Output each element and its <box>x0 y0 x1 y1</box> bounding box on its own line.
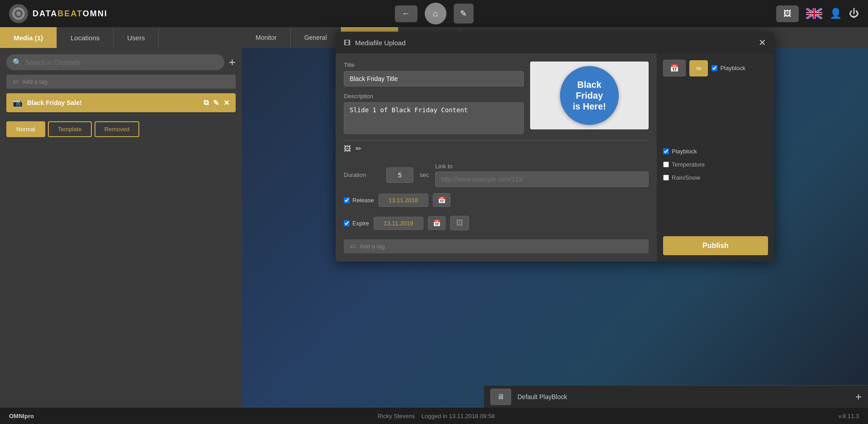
modal-main-content: Title Description <box>336 53 657 262</box>
release-calendar-button[interactable]: 📅 <box>433 193 451 207</box>
modal-body: Title Description <box>336 53 774 262</box>
edit-icon: ✎ <box>460 9 467 19</box>
description-label: Description <box>344 93 524 100</box>
temperature-label: Temperature <box>672 161 705 168</box>
modal-close-button[interactable]: ✕ <box>759 37 766 48</box>
title-input[interactable] <box>344 71 524 86</box>
search-bar: 🔍 + <box>6 54 236 70</box>
modal-title: Mediafile Upload <box>355 39 406 47</box>
modal-tag-placeholder: Add a tag <box>360 243 385 250</box>
profile-button[interactable]: 👤 <box>830 8 842 19</box>
copy-icon[interactable]: ⧉ <box>204 99 209 107</box>
link-input[interactable] <box>435 172 649 187</box>
removed-button[interactable]: Removed <box>95 121 140 137</box>
left-tab-bar: Media (1) Locations Users <box>0 27 242 48</box>
pencil-icon[interactable]: ✏ <box>356 144 361 153</box>
playblock-label-1: Playblock <box>720 65 745 71</box>
status-user: Ricky Stevens Logged in 13.11.2018 09:58 <box>378 413 495 419</box>
playblock-check-2: Playblock <box>663 148 768 155</box>
nav-center: ← ⌂ ✎ <box>395 3 474 24</box>
duration-row: Duration sec Link to <box>344 163 649 187</box>
search-input[interactable] <box>25 59 218 66</box>
temperature-checkbox[interactable] <box>663 162 669 167</box>
search-icon: 🔍 <box>13 58 22 67</box>
gallery-button[interactable]: 🖼 <box>776 5 799 22</box>
back-button[interactable]: ← <box>395 5 417 22</box>
tab-media[interactable]: Media (1) <box>0 27 57 48</box>
channel-item[interactable]: 📷 Black Friday Sale! ⧉ ✎ ✕ <box>6 93 236 112</box>
schedule-row: 📅 ∞ Playblock <box>663 60 768 76</box>
left-area: Media (1) Locations Users 🔍 + 🏷 Add a ta… <box>0 27 242 408</box>
expire-date-input[interactable] <box>374 217 423 230</box>
add-channel-button[interactable]: + <box>229 55 236 69</box>
description-input[interactable] <box>344 102 524 134</box>
schedule-button[interactable]: 📅 <box>663 60 686 76</box>
tag-icon: 🏷 <box>13 78 19 85</box>
playblock-label-2: Playblock <box>672 148 697 155</box>
modal-wrapper: 🎞 Mediafile Upload ✕ Title <box>242 27 868 408</box>
release-label: Release <box>352 197 374 204</box>
gallery-icon: 🖼 <box>783 9 792 19</box>
template-button[interactable]: Template <box>48 121 92 137</box>
logo-text: DATABEATOMNI <box>33 9 108 19</box>
status-bar: OMNIpro Ricky Stevens Logged in 13.11.20… <box>0 408 868 424</box>
language-flag[interactable] <box>806 8 822 19</box>
modal-header: 🎞 Mediafile Upload ✕ <box>336 32 774 53</box>
channel-icon: 📷 <box>13 98 23 108</box>
normal-button[interactable]: Normal <box>6 121 45 137</box>
edit-channel-icon[interactable]: ✎ <box>213 99 219 107</box>
title-desc-row: Title Description <box>344 62 649 134</box>
title-label: Title <box>344 62 524 68</box>
infinity-icon: ∞ <box>696 64 701 72</box>
thumbnail-image: BlackFridayis Here! <box>560 66 619 125</box>
expire-row: Expire 📅 🖼 <box>344 216 649 230</box>
expire-image-button[interactable]: 🖼 <box>450 216 469 230</box>
playblock-check-1: Playblock <box>711 65 745 71</box>
publish-button[interactable]: Publish <box>663 236 768 255</box>
right-area: Monitor General Publish (0) OMNIplayer 🎞… <box>242 27 868 408</box>
tab-users[interactable]: Users <box>114 27 159 48</box>
title-desc-col: Title Description <box>344 62 524 134</box>
top-right-controls: 🖼 👤 ⏻ <box>776 5 859 22</box>
infinity-button[interactable]: ∞ <box>689 60 708 76</box>
edit-button[interactable]: ✎ <box>454 4 474 24</box>
modal-sidebar: 📅 ∞ Playblock <box>657 53 774 262</box>
expire-calendar-button[interactable]: 📅 <box>428 216 446 230</box>
rain-snow-checkbox[interactable] <box>663 175 669 181</box>
status-username: Ricky Stevens <box>378 413 415 419</box>
link-group: Link to <box>435 163 649 187</box>
back-icon: ← <box>402 9 410 19</box>
film-icon: 🎞 <box>344 39 351 47</box>
tag-placeholder: Add a tag <box>22 78 47 85</box>
playblock-checkbox-2[interactable] <box>663 148 669 154</box>
duration-label: Duration <box>344 172 380 178</box>
schedule-icon: 📅 <box>670 64 679 72</box>
search-wrapper: 🔍 <box>6 54 224 70</box>
power-button[interactable]: ⏻ <box>849 8 859 19</box>
home-button[interactable]: ⌂ <box>425 3 446 24</box>
playblock-checkbox-1[interactable] <box>711 65 717 71</box>
release-checkbox[interactable] <box>344 197 350 203</box>
thumbnail-inner: BlackFridayis Here! <box>530 62 649 129</box>
left-panel: 🔍 + 🏷 Add a tag 📷 Black Friday Sale! ⧉ ✎… <box>0 48 242 143</box>
release-checkbox-label[interactable]: Release <box>344 197 374 204</box>
mediafile-upload-modal: 🎞 Mediafile Upload ✕ Title <box>336 32 774 262</box>
modal-tag-bar[interactable]: 🏷 Add a tag <box>344 239 649 253</box>
description-group: Description <box>344 93 524 134</box>
edit-icon-row: 🖼 ✏ <box>344 140 649 157</box>
duration-input[interactable] <box>386 167 413 183</box>
release-row: Release 📅 <box>344 193 649 207</box>
tag-input-bar[interactable]: 🏷 Add a tag <box>6 75 236 89</box>
title-group: Title <box>344 62 524 86</box>
status-brand: OMNIpro <box>9 413 34 419</box>
release-date-input[interactable] <box>379 194 428 207</box>
tab-locations[interactable]: Locations <box>57 27 114 48</box>
expire-checkbox-label[interactable]: Expire <box>344 220 369 227</box>
rain-snow-check: Rain/Snow <box>663 174 768 181</box>
channel-actions: ⧉ ✎ ✕ <box>204 99 229 107</box>
expire-checkbox[interactable] <box>344 220 350 226</box>
top-bar: DATABEATOMNI ← ⌂ ✎ 🖼 👤 ⏻ <box>0 0 868 27</box>
delete-channel-icon[interactable]: ✕ <box>223 99 229 107</box>
logo-area: DATABEATOMNI <box>9 4 108 23</box>
rain-snow-label: Rain/Snow <box>672 174 700 181</box>
